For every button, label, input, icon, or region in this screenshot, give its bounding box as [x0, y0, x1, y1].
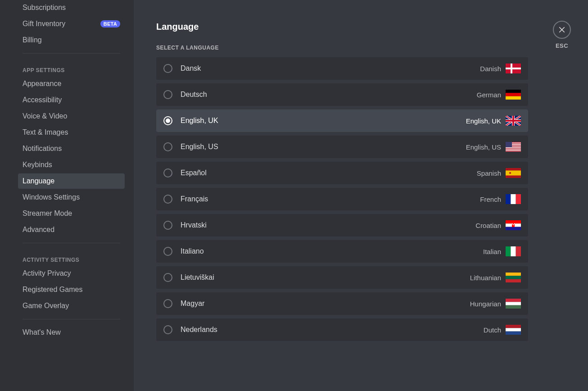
- sidebar-item-gift-inventory[interactable]: Gift InventoryBETA: [18, 16, 125, 32]
- svg-rect-3: [506, 90, 521, 93]
- svg-rect-24: [516, 194, 521, 204]
- flag-icon-hu: [506, 299, 521, 309]
- language-option-it[interactable]: ItalianoItalian: [156, 240, 528, 263]
- sidebar-item-game-overlay[interactable]: Game Overlay: [18, 298, 125, 314]
- sidebar-item-label: Subscriptions: [23, 4, 66, 12]
- svg-rect-25: [506, 220, 521, 223]
- language-english-name: English, UK: [466, 117, 501, 125]
- language-native-name: Français: [181, 195, 480, 203]
- sidebar-item-label: Activity Privacy: [23, 269, 71, 277]
- sidebar-item-subscriptions[interactable]: Subscriptions: [18, 0, 125, 15]
- language-native-name: Hrvatski: [181, 221, 475, 229]
- language-native-name: Magyar: [181, 300, 470, 308]
- language-option-fr[interactable]: FrançaisFrench: [156, 188, 528, 210]
- language-native-name: Lietuviškai: [181, 273, 470, 282]
- svg-rect-20: [506, 171, 521, 176]
- svg-rect-33: [511, 246, 516, 256]
- flag-icon-hr: [506, 220, 521, 230]
- svg-rect-36: [506, 276, 521, 279]
- radio-icon: [163, 299, 172, 308]
- language-option-dk[interactable]: DanskDanish: [156, 57, 528, 80]
- svg-rect-37: [506, 279, 521, 282]
- language-option-nl[interactable]: NederlandsDutch: [156, 318, 528, 341]
- sidebar-item-voice-video[interactable]: Voice & Video: [18, 109, 125, 124]
- language-option-hr[interactable]: HrvatskiCroatian: [156, 214, 528, 236]
- svg-rect-40: [506, 305, 521, 309]
- radio-icon: [163, 64, 172, 73]
- language-native-name: Deutsch: [181, 91, 477, 99]
- sidebar-item-label: Registered Games: [23, 286, 82, 294]
- radio-icon: [163, 142, 172, 151]
- main-content: Language SELECT A LANGUAGE DanskDanishDe…: [134, 0, 588, 391]
- language-english-name: Lithuanian: [470, 274, 501, 282]
- language-english-name: French: [480, 196, 501, 203]
- sidebar-item-notifications[interactable]: Notifications: [18, 141, 125, 156]
- svg-rect-17: [506, 150, 521, 151]
- sidebar-header-app-settings: APP SETTINGS: [18, 59, 125, 76]
- svg-rect-43: [506, 332, 521, 335]
- sidebar-item-language[interactable]: Language: [18, 173, 125, 189]
- language-list: DanskDanishDeutschGermanEnglish, UKEngli…: [156, 57, 528, 341]
- svg-rect-2: [506, 68, 521, 69]
- sidebar-item-label: Language: [23, 177, 54, 185]
- flag-icon-fr: [506, 194, 521, 204]
- close-wrap: ESC: [553, 21, 571, 49]
- sidebar-item-streamer-mode[interactable]: Streamer Mode: [18, 206, 125, 221]
- svg-rect-4: [506, 93, 521, 96]
- svg-rect-5: [506, 96, 521, 100]
- language-english-name: Hungarian: [470, 300, 501, 308]
- radio-icon: [163, 325, 172, 334]
- sidebar-item-keybinds[interactable]: Keybinds: [18, 157, 125, 173]
- sidebar-item-advanced[interactable]: Advanced: [18, 222, 125, 237]
- sidebar-item-label: Streamer Mode: [23, 209, 72, 218]
- language-english-name: Italian: [483, 248, 501, 255]
- svg-rect-16: [506, 149, 521, 150]
- close-label: ESC: [556, 42, 568, 49]
- sidebar-item-label: Windows Settings: [23, 193, 80, 201]
- radio-icon: [163, 168, 172, 177]
- sidebar-item-label: Gift Inventory: [23, 20, 65, 28]
- svg-rect-35: [506, 273, 521, 276]
- sidebar-item-registered-games[interactable]: Registered Games: [18, 282, 125, 297]
- flag-icon-gb: [506, 116, 521, 126]
- settings-sidebar: SubscriptionsGift InventoryBETABilling A…: [0, 0, 134, 391]
- divider: [23, 53, 120, 54]
- language-option-de[interactable]: DeutschGerman: [156, 83, 528, 106]
- svg-rect-27: [506, 227, 521, 230]
- radio-icon: [163, 221, 172, 230]
- language-option-es[interactable]: EspañolSpanish: [156, 162, 528, 184]
- language-option-hu[interactable]: MagyarHungarian: [156, 292, 528, 315]
- radio-icon: [163, 247, 172, 256]
- language-option-us[interactable]: English, USEnglish, US: [156, 136, 528, 158]
- language-option-lt[interactable]: LietuviškaiLithuanian: [156, 266, 528, 289]
- svg-rect-39: [506, 302, 521, 305]
- language-english-name: Croatian: [475, 222, 501, 229]
- language-native-name: Nederlands: [181, 326, 484, 334]
- sidebar-item-activity-privacy[interactable]: Activity Privacy: [18, 266, 125, 281]
- sidebar-item-label: Advanced: [23, 226, 54, 234]
- language-native-name: Español: [181, 169, 477, 177]
- language-native-name: Dansk: [181, 64, 480, 73]
- language-english-name: English, US: [466, 143, 501, 151]
- language-native-name: Italiano: [181, 247, 483, 255]
- flag-icon-nl: [506, 325, 521, 335]
- sidebar-item-appearance[interactable]: Appearance: [18, 76, 125, 91]
- sidebar-item-billing[interactable]: Billing: [18, 32, 125, 48]
- sidebar-item-windows-settings[interactable]: Windows Settings: [18, 190, 125, 205]
- sidebar-item-label: Voice & Video: [23, 112, 67, 120]
- radio-icon: [163, 116, 172, 125]
- language-option-gb[interactable]: English, UKEnglish, UK: [156, 109, 528, 132]
- sidebar-item-text-images[interactable]: Text & Images: [18, 125, 125, 140]
- radio-icon: [163, 273, 172, 282]
- radio-icon: [163, 195, 172, 204]
- sidebar-item-accessibility[interactable]: Accessibility: [18, 92, 125, 108]
- beta-badge: BETA: [100, 20, 120, 27]
- sidebar-item-what-s-new[interactable]: What's New: [18, 325, 125, 340]
- section-header: SELECT A LANGUAGE: [156, 45, 570, 51]
- radio-icon: [163, 90, 172, 99]
- svg-rect-34: [516, 246, 521, 256]
- flag-icon-us: [506, 142, 521, 152]
- close-button[interactable]: [553, 21, 571, 39]
- svg-rect-30: [514, 223, 515, 224]
- svg-rect-18: [506, 142, 512, 147]
